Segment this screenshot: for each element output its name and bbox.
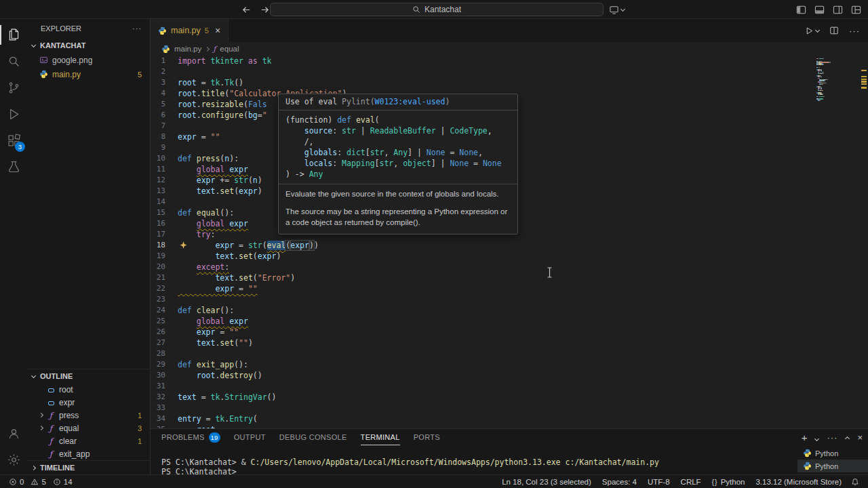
panel-tab-debug-console[interactable]: DEBUG CONSOLE	[279, 429, 347, 445]
notifications-bell-icon[interactable]	[848, 475, 863, 488]
close-panel-icon[interactable]: ×	[857, 432, 863, 443]
code-line-19[interactable]: 19 text.set(expr)	[151, 251, 868, 262]
toggle-secondary-sidebar-icon[interactable]	[833, 5, 843, 15]
code-line-23[interactable]: 23	[151, 294, 868, 305]
maximize-panel-icon[interactable]	[846, 432, 849, 443]
quickfix-sparkle-icon[interactable]	[180, 241, 187, 249]
toggle-primary-sidebar-icon[interactable]	[796, 5, 806, 15]
line-number: 5	[151, 99, 178, 110]
file-main-py[interactable]: main.py 5	[27, 67, 150, 81]
outline-item-exit_app[interactable]: ƒexit_app	[27, 447, 150, 460]
status-indentation[interactable]: Spaces: 4	[599, 475, 640, 488]
activity-source-control-icon[interactable]	[0, 75, 27, 101]
code-line-22[interactable]: 22 expr = ""	[151, 283, 868, 294]
outline-item-root[interactable]: root	[27, 383, 150, 396]
line-number: 9	[151, 142, 178, 153]
split-editor-icon[interactable]	[829, 26, 839, 35]
breadcrumb-file[interactable]: main.py	[174, 45, 201, 53]
code-line-18[interactable]: 18 expr = str(eval(expr))	[151, 240, 868, 251]
tab-main-py[interactable]: main.py 5 ×	[151, 19, 229, 42]
folder-kantachat[interactable]: KANTACHAT	[27, 38, 150, 53]
breadcrumb: main.py ƒ equal	[151, 42, 868, 56]
minimap[interactable]	[815, 56, 857, 428]
outline-item-clear[interactable]: ƒclear1	[27, 434, 150, 447]
status-eol[interactable]: CRLF	[677, 475, 705, 488]
activity-explorer-icon[interactable]	[0, 22, 27, 48]
activity-testing-icon[interactable]	[0, 154, 27, 180]
line-number: 2	[151, 66, 178, 77]
new-terminal-button[interactable]: +	[802, 432, 808, 443]
code-line-34[interactable]: 34entry = tk.Entry(	[151, 413, 868, 424]
line-number: 13	[151, 186, 178, 197]
code-line-20[interactable]: 20 except:	[151, 262, 868, 272]
code-line-31[interactable]: 31	[151, 381, 868, 392]
status-bar: 0514 Ln 18, Col 23 (3 selected)Spaces: 4…	[0, 474, 868, 488]
status-encoding[interactable]: UTF-8	[644, 475, 673, 488]
account-icon[interactable]	[0, 420, 27, 447]
panel-tab-ports[interactable]: PORTS	[414, 429, 440, 445]
activity-run-debug-icon[interactable]	[0, 101, 27, 127]
terminal-profile-dropdown-icon[interactable]	[815, 432, 818, 443]
outline-item-expr[interactable]: expr	[27, 396, 150, 409]
code-line-24[interactable]: 24def clear():	[151, 305, 868, 316]
activity-search-icon[interactable]	[0, 48, 27, 75]
status-infos[interactable]: 14	[50, 475, 76, 488]
panel-tab-terminal[interactable]: TERMINAL	[361, 429, 400, 445]
line-number: 1	[151, 56, 178, 66]
customize-layout-icon[interactable]	[851, 5, 861, 15]
outline-item-press[interactable]: ƒpress1	[27, 409, 150, 422]
activity-extensions-icon[interactable]: 3	[0, 127, 27, 154]
code-line-27[interactable]: 27 text.set("")	[151, 338, 868, 348]
terminal-instance-1[interactable]: Python	[797, 447, 868, 460]
line-number: 26	[151, 327, 178, 338]
outline-section-header[interactable]: OUTLINE	[27, 369, 150, 383]
file-google-png[interactable]: google.png	[27, 53, 150, 67]
code-line-3[interactable]: 3root = tk.Tk()	[151, 77, 868, 88]
outline-tree: rootexprƒpress1ƒequal3ƒclear1ƒexit_app	[27, 383, 150, 460]
code-line-32[interactable]: 32text = tk.StringVar()	[151, 392, 868, 403]
toggle-panel-icon[interactable]	[814, 5, 825, 15]
navigate-forward-icon[interactable]	[260, 5, 270, 15]
code-line-1[interactable]: 1import tkinter as tk	[151, 56, 868, 66]
line-number: 27	[151, 338, 178, 348]
panel-more-actions-icon[interactable]: ···	[827, 432, 837, 443]
timeline-section-header[interactable]: TIMELINE	[27, 460, 150, 474]
outline-item-equal[interactable]: ƒequal3	[27, 422, 150, 434]
symbol-function-icon: ƒ	[45, 449, 56, 459]
status-errors[interactable]: 0	[5, 475, 27, 488]
status-language[interactable]: {}Python	[709, 475, 749, 488]
run-python-file-button[interactable]	[805, 26, 819, 35]
navigate-back-icon[interactable]	[241, 5, 252, 15]
command-center-search[interactable]: Kantachat	[270, 3, 604, 16]
code-line-21[interactable]: 21 text.set("Error")	[151, 272, 868, 283]
terminal-instance-2[interactable]: Python	[797, 460, 868, 472]
code-line-30[interactable]: 30 root.destroy()	[151, 370, 868, 381]
diagnostic-code-link[interactable]: W0123:eval-used	[375, 97, 446, 106]
status-python-interpreter[interactable]: 3.13.12 (Microsoft Store)	[752, 475, 845, 488]
breadcrumb-symbol[interactable]: equal	[220, 45, 239, 53]
code-line-28[interactable]: 28	[151, 348, 868, 359]
code-line-25[interactable]: 25 global expr	[151, 316, 868, 327]
line-number: 6	[151, 110, 178, 121]
line-number: 16	[151, 218, 178, 229]
tab-problems-badge: 5	[205, 26, 209, 35]
line-number: 11	[151, 164, 178, 175]
line-number: 10	[151, 153, 178, 164]
code-line-26[interactable]: 26 expr = ""	[151, 327, 868, 338]
status-cursor-position[interactable]: Ln 18, Col 23 (3 selected)	[498, 475, 595, 488]
panel-tab-problems[interactable]: PROBLEMS19	[161, 429, 220, 445]
session-dropdown[interactable]	[609, 0, 625, 19]
settings-gear-icon[interactable]	[0, 447, 27, 473]
code-line-2[interactable]: 2	[151, 66, 868, 77]
code-editor[interactable]: 1import tkinter as tk23root = tk.Tk()4ro…	[151, 56, 868, 428]
line-number: 12	[151, 175, 178, 186]
editor-more-actions-icon[interactable]: ···	[849, 26, 860, 36]
terminal-output[interactable]: PS C:\Kantachat> & C:/Users/lenovo/AppDa…	[161, 458, 793, 474]
panel-tab-output[interactable]: OUTPUT	[234, 429, 266, 445]
code-line-33[interactable]: 33	[151, 403, 868, 413]
close-tab-icon[interactable]: ×	[215, 25, 220, 36]
code-line-29[interactable]: 29def exit_app():	[151, 359, 868, 370]
line-number: 28	[151, 348, 178, 359]
status-warnings[interactable]: 5	[27, 475, 49, 488]
explorer-more-actions-icon[interactable]: ···	[132, 24, 142, 33]
